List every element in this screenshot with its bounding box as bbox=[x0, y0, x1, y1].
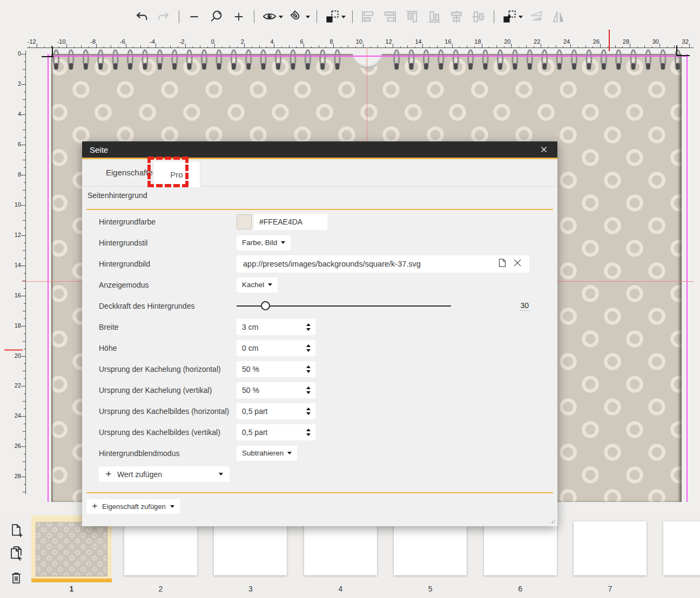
magnet-icon bbox=[288, 8, 305, 26]
flip-horizontal-icon[interactable] bbox=[550, 8, 567, 26]
dialog-tabs: Eigenschaften Pro bbox=[82, 159, 557, 187]
snap-dropdown[interactable] bbox=[288, 8, 310, 26]
row-add-value: Wert zufügen bbox=[86, 464, 553, 485]
page-number: 5 bbox=[394, 585, 467, 593]
page-number: 4 bbox=[304, 585, 377, 593]
align-left-icon[interactable] bbox=[359, 8, 376, 26]
delete-page-button[interactable] bbox=[8, 569, 24, 587]
chevron-down-icon bbox=[170, 505, 174, 508]
row-background-color: Hintergrundfarbe #FFEAE4DA bbox=[86, 211, 553, 232]
coverage-select-dropdown[interactable] bbox=[324, 8, 346, 26]
center-horizontal-icon[interactable] bbox=[470, 8, 487, 26]
chevron-down-icon bbox=[287, 452, 292, 454]
page-number: 6 bbox=[484, 585, 557, 593]
row-tile-image-origin-h: Ursprung des Kachelbildes (horizontal) 0… bbox=[86, 400, 553, 422]
width-stepper[interactable]: 3 cm bbox=[237, 319, 315, 335]
tile-image-origin-v-stepper[interactable]: 0,5 part bbox=[237, 424, 315, 440]
duplicate-page-button[interactable] bbox=[8, 544, 24, 562]
chevron-down-icon bbox=[519, 16, 523, 18]
bleed-guide-right bbox=[686, 54, 688, 502]
add-page-button[interactable] bbox=[8, 521, 24, 540]
dialog-titlebar[interactable]: Seite bbox=[82, 141, 557, 158]
chevron-down-icon bbox=[306, 16, 310, 18]
toolbar-separator bbox=[352, 10, 353, 23]
toolbar-separator bbox=[317, 10, 317, 23]
dialog-title: Seite bbox=[90, 145, 108, 154]
toolbar-separator bbox=[254, 10, 254, 23]
stepper-arrows-icon[interactable] bbox=[306, 386, 311, 394]
row-opacity: Deckkraft des Hintergrundes 30 bbox=[86, 295, 553, 316]
vertical-ruler: 0246810121416182022242628 bbox=[0, 49, 26, 497]
tile-image-origin-h-stepper[interactable]: 0,5 part bbox=[237, 403, 315, 419]
main-toolbar bbox=[133, 4, 567, 29]
clear-file-icon[interactable] bbox=[512, 257, 523, 270]
background-style-select[interactable]: Farbe, Bild bbox=[237, 235, 291, 250]
tile-origin-h-stepper[interactable]: 50 % bbox=[237, 361, 315, 377]
browse-file-icon[interactable] bbox=[497, 257, 508, 270]
blend-mode-select[interactable]: Subtrahieren bbox=[237, 446, 297, 461]
row-display-mode: Anzeigemodus Kachel bbox=[86, 274, 553, 295]
row-blend-mode: Hintergrundblendmodus Subtrahieren bbox=[86, 443, 553, 464]
page-thumbnail[interactable] bbox=[214, 521, 287, 575]
eye-icon bbox=[261, 8, 278, 26]
color-swatch[interactable] bbox=[237, 214, 252, 229]
page-number: 3 bbox=[214, 585, 287, 593]
chevron-down-icon bbox=[279, 16, 283, 18]
row-height: Höhe 0 cm bbox=[86, 337, 553, 358]
zoom-in-icon[interactable] bbox=[230, 8, 247, 26]
zoom-out-icon[interactable] bbox=[186, 8, 203, 26]
stepper-arrows-icon[interactable] bbox=[306, 429, 311, 436]
coverage-icon bbox=[324, 8, 341, 26]
background-image-input[interactable]: app://presets/images/backgrounds/square/… bbox=[237, 255, 529, 273]
redo-icon[interactable] bbox=[155, 8, 172, 26]
height-stepper[interactable]: 0 cm bbox=[237, 340, 315, 356]
row-width: Breite 3 cm bbox=[86, 316, 553, 337]
section-underline bbox=[86, 209, 553, 210]
row-background-style: Hintergrundstil Farbe, Bild bbox=[86, 232, 553, 253]
property-rows: Hintergrundfarbe #FFEAE4DA Hintergrundst… bbox=[86, 211, 553, 485]
zoom-lens-icon[interactable] bbox=[208, 8, 225, 26]
undo-icon[interactable] bbox=[133, 8, 150, 26]
page-number: 2 bbox=[124, 585, 197, 593]
align-right-icon[interactable] bbox=[381, 8, 399, 26]
center-vertical-icon[interactable] bbox=[448, 8, 465, 26]
add-value-button[interactable]: Wert zufügen bbox=[99, 466, 230, 482]
align-bottom-icon[interactable] bbox=[426, 8, 443, 26]
row-tile-image-origin-v: Ursprung des Kachelbildes (vertikal) 0,5… bbox=[86, 422, 553, 443]
stepper-arrows-icon[interactable] bbox=[306, 407, 311, 415]
stepper-arrows-icon[interactable] bbox=[306, 365, 311, 373]
display-mode-select[interactable]: Kachel bbox=[237, 277, 278, 293]
page-number: 7 bbox=[574, 585, 647, 593]
tab-pro[interactable]: Pro bbox=[153, 161, 200, 187]
footer-accent-line bbox=[86, 492, 553, 493]
close-icon[interactable] bbox=[538, 144, 550, 155]
chevron-down-icon bbox=[281, 241, 285, 244]
page-thumbnail[interactable] bbox=[124, 521, 197, 575]
coverage-mode-dropdown[interactable] bbox=[501, 8, 523, 26]
page-dialog: Seite Eigenschaften Pro Seitenhintergrun… bbox=[82, 141, 557, 526]
page-thumbnail[interactable] bbox=[394, 521, 467, 575]
opacity-value[interactable]: 30 bbox=[520, 301, 529, 311]
color-value-input[interactable]: #FFEAE4DA bbox=[254, 214, 327, 230]
arrange-forward-icon[interactable] bbox=[528, 8, 545, 26]
stepper-arrows-icon[interactable] bbox=[306, 344, 311, 352]
visibility-dropdown[interactable] bbox=[261, 8, 283, 26]
page-thumbnail[interactable] bbox=[304, 521, 377, 575]
slider-handle[interactable] bbox=[261, 301, 270, 310]
dialog-resize-grip[interactable] bbox=[549, 519, 555, 524]
align-top-icon[interactable] bbox=[403, 8, 421, 26]
hanger-notch bbox=[353, 54, 382, 69]
bleed-guide-left bbox=[48, 54, 49, 502]
opacity-slider[interactable] bbox=[237, 301, 451, 311]
row-tile-origin-v: Ursprung der Kachelung (vertikal) 50 % bbox=[86, 379, 553, 400]
plus-icon bbox=[105, 470, 112, 479]
tile-origin-v-stepper[interactable]: 50 % bbox=[237, 382, 315, 398]
toolbar-separator bbox=[179, 10, 179, 23]
add-property-button[interactable]: Eigenschaft zufügen bbox=[86, 499, 180, 514]
stepper-arrows-icon[interactable] bbox=[306, 323, 311, 331]
page-thumbnail[interactable] bbox=[484, 521, 557, 575]
row-background-image: Hintergrundbild app://presets/images/bac… bbox=[86, 253, 553, 274]
coverage-mode-icon bbox=[501, 8, 518, 26]
page-thumbnail[interactable] bbox=[663, 521, 700, 575]
page-thumbnail[interactable] bbox=[574, 521, 647, 575]
